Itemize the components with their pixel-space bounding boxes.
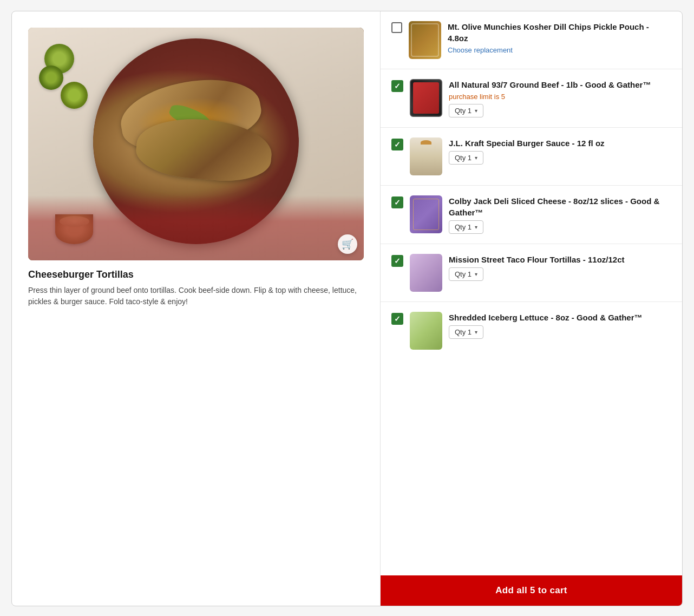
item-info: Colby Jack Deli Sliced Cheese - 8oz/12 s… (449, 195, 671, 234)
product-image-tortillas (410, 254, 442, 292)
cloth-decoration (28, 195, 364, 260)
item-row: ✓Colby Jack Deli Sliced Cheese - 8oz/12 … (381, 186, 682, 244)
product-image-burger-sauce (410, 137, 442, 175)
left-panel: 🛒 Cheeseburger Tortillas Press thin laye… (12, 11, 380, 606)
main-card: 🛒 Cheeseburger Tortillas Press thin laye… (11, 11, 683, 606)
checkbox-checked[interactable]: ✓ (391, 313, 403, 325)
item-info: All Natural 93/7 Ground Beef - 1lb - Goo… (449, 79, 671, 117)
qty-label: Qty 1 (455, 107, 472, 115)
item-info: Mission Street Taco Flour Tortillas - 11… (449, 254, 671, 281)
checkmark-icon: ✓ (394, 315, 401, 323)
checkmark-icon: ✓ (394, 199, 401, 206)
item-row: ✓Shredded Iceberg Lettuce - 8oz - Good &… (381, 302, 682, 359)
product-image-cheese (410, 195, 442, 233)
recipe-description: Press thin layer of ground beef onto tor… (28, 285, 364, 307)
add-all-to-cart-button[interactable]: Add all 5 to cart (381, 575, 682, 606)
checkbox-checked[interactable]: ✓ (391, 139, 403, 150)
item-row: ✓J.L. Kraft Special Burger Sauce - 12 fl… (381, 128, 682, 186)
qty-label: Qty 1 (455, 223, 472, 231)
qty-select[interactable]: Qty 1▾ (449, 267, 483, 281)
checkbox-unchecked[interactable] (391, 22, 402, 33)
qty-select[interactable]: Qty 1▾ (449, 151, 483, 165)
qty-select[interactable]: Qty 1▾ (449, 325, 483, 339)
recipe-image-wrapper: 🛒 (28, 28, 364, 260)
recipe-title: Cheeseburger Tortillas (28, 269, 364, 280)
qty-select[interactable]: Qty 1▾ (449, 220, 483, 234)
checkmark-icon: ✓ (394, 257, 401, 265)
chevron-down-icon: ▾ (475, 329, 477, 335)
item-row: Mt. Olive Munchies Kosher Dill Chips Pic… (381, 11, 682, 69)
checkmark-icon: ✓ (394, 82, 401, 90)
add-to-cart-image-icon[interactable]: 🛒 (338, 234, 357, 254)
qty-label: Qty 1 (455, 154, 472, 162)
item-row: ✓Mission Street Taco Flour Tortillas - 1… (381, 244, 682, 302)
item-row: ✓All Natural 93/7 Ground Beef - 1lb - Go… (381, 69, 682, 128)
product-image-lettuce (410, 312, 442, 350)
item-name: Mission Street Taco Flour Tortillas - 11… (449, 254, 671, 265)
item-checkbox-area: ✓ (391, 312, 403, 325)
item-checkbox-area: ✓ (391, 254, 403, 267)
checkmark-icon: ✓ (394, 141, 401, 148)
pickle-decoration-3 (61, 82, 88, 109)
item-info: Mt. Olive Munchies Kosher Dill Chips Pic… (448, 21, 671, 57)
item-checkbox-area: ✓ (391, 79, 403, 92)
item-name: Shredded Iceberg Lettuce - 8oz - Good & … (449, 312, 671, 323)
item-name: Colby Jack Deli Sliced Cheese - 8oz/12 s… (449, 195, 671, 218)
checkbox-checked[interactable]: ✓ (391, 80, 403, 92)
product-image-ground-beef (410, 79, 442, 117)
item-warning: purchase limit is 5 (449, 93, 671, 101)
item-checkbox-area: ✓ (391, 195, 403, 208)
right-panel: Mt. Olive Munchies Kosher Dill Chips Pic… (380, 11, 682, 606)
item-name: All Natural 93/7 Ground Beef - 1lb - Goo… (449, 79, 671, 90)
item-name: Mt. Olive Munchies Kosher Dill Chips Pic… (448, 21, 671, 44)
qty-select[interactable]: Qty 1▾ (449, 104, 483, 117)
pickle-decoration-2 (39, 65, 63, 90)
chevron-down-icon: ▾ (475, 155, 477, 161)
chevron-down-icon: ▾ (475, 224, 477, 230)
product-image-pickle-chips (409, 21, 441, 59)
checkbox-checked[interactable]: ✓ (391, 255, 403, 267)
checkbox-checked[interactable]: ✓ (391, 196, 403, 208)
chevron-down-icon: ▾ (475, 271, 477, 277)
item-info: Shredded Iceberg Lettuce - 8oz - Good & … (449, 312, 671, 339)
qty-label: Qty 1 (455, 270, 472, 278)
qty-label: Qty 1 (455, 328, 472, 336)
recipe-image (28, 28, 364, 260)
item-name: J.L. Kraft Special Burger Sauce - 12 fl … (449, 137, 671, 149)
item-checkbox-area: ✓ (391, 137, 403, 150)
item-info: J.L. Kraft Special Burger Sauce - 12 fl … (449, 137, 671, 165)
item-replacement-link[interactable]: Choose replacement (448, 46, 671, 54)
item-checkbox-area (391, 21, 402, 33)
items-list: Mt. Olive Munchies Kosher Dill Chips Pic… (381, 11, 682, 575)
chevron-down-icon: ▾ (475, 108, 477, 114)
